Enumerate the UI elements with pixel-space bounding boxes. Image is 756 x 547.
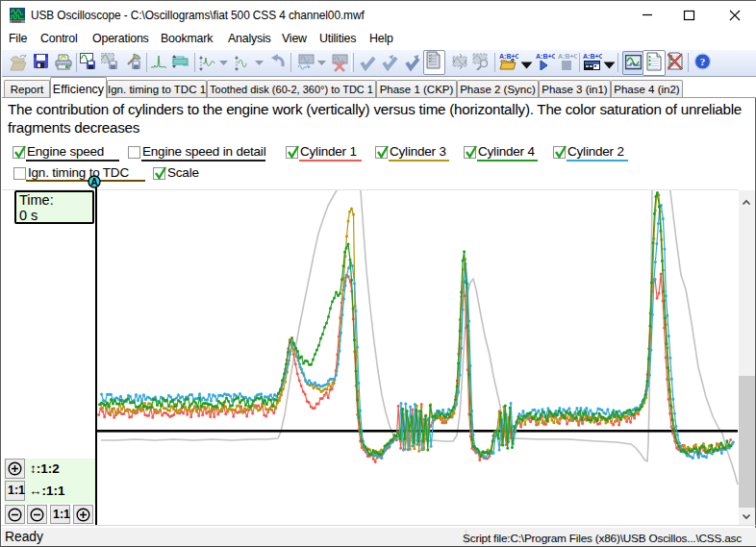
svg-text:A:B+C: A:B+C	[583, 53, 602, 60]
svg-text:A:B+C: A:B+C	[536, 53, 555, 60]
svg-text:?: ?	[700, 56, 706, 67]
svg-text:A:B+C: A:B+C	[558, 53, 577, 60]
svg-text:A:B+C: A:B+C	[499, 53, 518, 60]
svg-text:A: A	[90, 177, 97, 187]
